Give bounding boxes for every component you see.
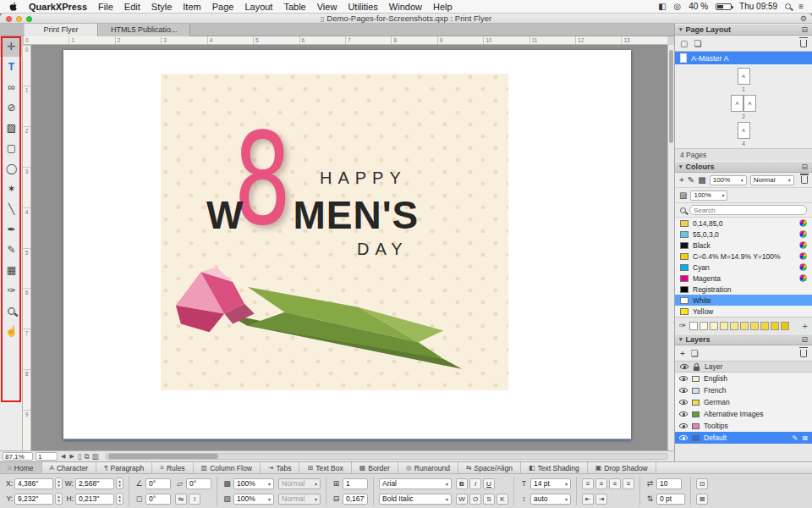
tab-home[interactable]: ⌂Home — [0, 462, 42, 473]
corner-radius-input[interactable] — [145, 494, 171, 505]
delete-colour-icon[interactable] — [801, 176, 808, 184]
colours-panel-header[interactable]: Colours⊟ — [675, 161, 812, 173]
colour-row[interactable]: 55,0,3,0 — [675, 229, 812, 240]
tab-drop-shadow[interactable]: ▣Drop Shadow — [588, 462, 656, 473]
menubar-clock[interactable]: Thu 09:59 — [739, 2, 777, 11]
colour-row[interactable]: Cyan — [675, 262, 812, 273]
page-layout-panel-header[interactable]: Page Layout⊟ — [675, 24, 812, 36]
master-pages-icon[interactable]: ❏ — [694, 39, 701, 48]
colours-panel-menu-icon[interactable]: ⊟ — [801, 163, 808, 171]
text-unlinking-tool[interactable]: ⊘ — [0, 97, 23, 118]
colour-row-selected[interactable]: White — [675, 295, 812, 306]
minimize-window-button[interactable] — [16, 16, 22, 22]
layer-visibility-eye-icon[interactable] — [679, 376, 688, 381]
layer-visibility-eye-icon[interactable] — [679, 435, 688, 440]
delete-layer-icon[interactable] — [800, 350, 807, 357]
layer-row[interactable]: English — [675, 373, 812, 384]
menu-window[interactable]: Window — [389, 2, 422, 12]
layer-row[interactable]: Alternative Images — [675, 408, 812, 420]
colour-row[interactable]: C=0.4% M=14.9% Y=100% — [675, 251, 812, 262]
font-style-dropdown[interactable]: Bold Italic — [379, 494, 452, 505]
outline-style-button[interactable]: O — [469, 494, 481, 505]
shade-swatch[interactable] — [771, 322, 779, 330]
menu-file[interactable]: File — [98, 2, 113, 12]
doc-tab-html5-publication[interactable]: HTML5 Publicatio... — [98, 24, 190, 36]
layer-visibility-eye-icon[interactable] — [679, 423, 688, 428]
blend-mode-bottom-dropdown[interactable]: Normal — [278, 494, 321, 505]
box-opacity-dropdown[interactable]: 100% — [233, 478, 274, 489]
align-left-button[interactable]: ≡ — [582, 478, 594, 489]
starburst-tool[interactable]: ✶ — [0, 179, 23, 199]
page-thumbnail-2[interactable]: A — [731, 95, 743, 112]
page-thumbnail-1[interactable]: A — [738, 68, 750, 85]
tab-text-shading[interactable]: ◧Text Shading — [521, 462, 588, 473]
indent-right-button[interactable]: ⇥ — [595, 494, 607, 505]
blend-mode-dropdown[interactable]: Normal — [750, 175, 794, 185]
menu-layout[interactable]: Layout — [244, 2, 272, 12]
tab-column-flow[interactable]: ▥Column Flow — [194, 462, 261, 473]
all-caps-button[interactable]: K — [497, 494, 508, 505]
document-page[interactable]: 8 HAPPY WMEN'S DAY — [63, 50, 631, 439]
w-stepper[interactable]: ▲▼ — [116, 478, 123, 489]
align-center-button[interactable]: ≡ — [595, 478, 607, 489]
x-stepper[interactable]: ▲▼ — [55, 478, 63, 489]
h-stepper[interactable]: ▲▼ — [116, 493, 123, 505]
tab-rules[interactable]: ≡Rules — [152, 462, 193, 473]
master-page-row[interactable]: A-Master A — [675, 52, 812, 64]
page-back-button[interactable]: ◀ — [60, 453, 66, 460]
edit-layer-pencil-icon[interactable]: ✎ — [793, 434, 798, 442]
layer-row[interactable]: French — [675, 384, 812, 396]
y-stepper[interactable]: ▲▼ — [55, 493, 63, 505]
horizontal-scrollbar-thumb[interactable] — [108, 454, 218, 459]
layers-panel-header[interactable]: Layers⊟ — [675, 334, 812, 345]
shade-swatch[interactable] — [760, 322, 769, 330]
flyer-artwork[interactable]: 8 HAPPY WMEN'S DAY — [161, 74, 508, 390]
word-underline-button[interactable]: W — [456, 494, 468, 505]
width-input[interactable] — [75, 478, 114, 489]
menu-view[interactable]: View — [317, 2, 337, 12]
zoom-window-button[interactable] — [26, 16, 32, 22]
spotlight-search-icon[interactable] — [785, 3, 791, 9]
grid-option-button-2[interactable]: ⊠ — [696, 494, 708, 505]
blend-mode-top-dropdown[interactable]: Normal — [278, 478, 321, 489]
italic-button[interactable]: I — [469, 478, 481, 489]
colour-row[interactable]: Yellow — [675, 306, 812, 317]
underline-button[interactable]: U — [483, 478, 495, 489]
bezier-pen-tool[interactable]: ✒ — [0, 219, 23, 240]
layer-visibility-eye-icon[interactable] — [679, 388, 688, 393]
item-tool[interactable]: ✛ — [0, 36, 23, 57]
vertical-scrollbar[interactable] — [667, 45, 674, 450]
menu-utilities[interactable]: Utilities — [348, 2, 377, 12]
horizontal-scrollbar[interactable] — [105, 453, 668, 460]
vertical-scrollbar-thumb[interactable] — [669, 50, 673, 143]
layer-row[interactable]: German — [675, 396, 812, 408]
baseline-shift-input[interactable] — [656, 494, 685, 505]
indent-left-button[interactable]: ⇤ — [582, 494, 594, 505]
shade-swatch[interactable] — [710, 322, 718, 330]
zoom-percent-field[interactable] — [3, 452, 33, 461]
spread-view-icon[interactable]: ⧉ — [84, 452, 89, 461]
y-input[interactable] — [14, 494, 53, 505]
pan-tool[interactable]: ☝ — [0, 321, 23, 341]
edit-colour-icon[interactable]: ✎ — [688, 175, 694, 185]
colour-row[interactable]: Magenta — [675, 273, 812, 284]
angle-input[interactable] — [145, 478, 171, 489]
font-family-dropdown[interactable]: Arial — [379, 478, 452, 489]
eyedropper-tool[interactable]: ✑ — [0, 280, 23, 301]
layer-visibility-eye-icon[interactable] — [679, 411, 688, 417]
shade-swatch[interactable] — [689, 322, 698, 330]
rectangle-box-tool[interactable]: ▢ — [0, 138, 23, 158]
tab-paragraph[interactable]: ¶Paragraph — [96, 462, 152, 473]
columns-input[interactable] — [343, 478, 368, 489]
battery-icon[interactable] — [716, 3, 732, 10]
notification-center-icon[interactable]: ≡ — [798, 2, 804, 11]
tab-runaround[interactable]: ◎Runaround — [398, 462, 458, 473]
duplicate-layer-icon[interactable]: ❏ — [691, 349, 699, 358]
fill-opacity-dropdown[interactable]: 100% — [690, 190, 727, 201]
oval-box-tool[interactable]: ◯ — [0, 158, 23, 179]
colour-opacity-dropdown[interactable]: 100% — [710, 175, 747, 185]
menu-page[interactable]: Page — [212, 2, 234, 12]
new-page-icon[interactable]: ▢ — [680, 39, 688, 48]
picture-content-tool[interactable]: ▨ — [0, 118, 23, 138]
tab-border[interactable]: ▦Border — [352, 462, 398, 473]
